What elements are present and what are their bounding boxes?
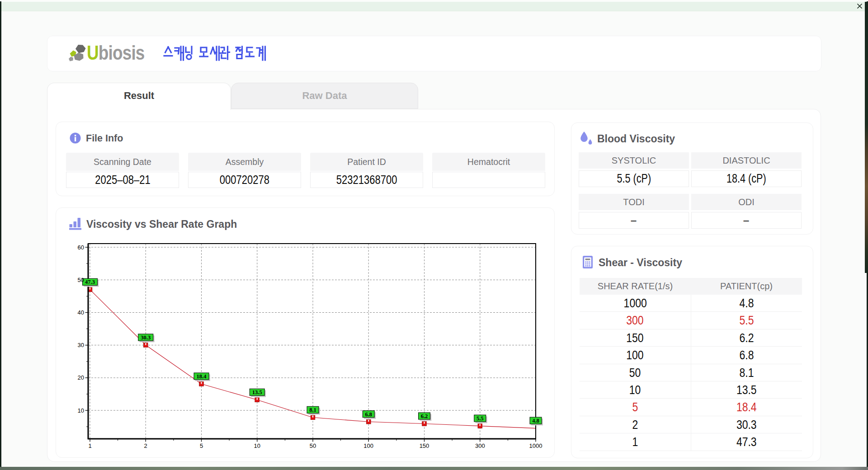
svg-text:47.3: 47.3 <box>85 279 95 285</box>
svg-text:4.8: 4.8 <box>532 418 539 424</box>
svg-text:40: 40 <box>78 309 84 316</box>
svg-text:2: 2 <box>144 442 147 449</box>
svg-text:20: 20 <box>78 374 84 381</box>
svg-text:30.3: 30.3 <box>141 334 151 341</box>
svg-text:60: 60 <box>78 244 84 251</box>
svg-text:6.8: 6.8 <box>365 411 372 418</box>
svg-text:150: 150 <box>420 442 429 449</box>
svg-text:1000: 1000 <box>529 442 542 449</box>
svg-text:50: 50 <box>78 277 84 283</box>
svg-text:300: 300 <box>475 442 485 449</box>
svg-text:5: 5 <box>200 442 203 449</box>
svg-text:100: 100 <box>363 442 373 449</box>
svg-text:1: 1 <box>88 442 91 449</box>
svg-text:13.5: 13.5 <box>252 389 262 395</box>
svg-text:50: 50 <box>310 442 316 449</box>
svg-text:5.5: 5.5 <box>476 415 484 422</box>
svg-text:8.1: 8.1 <box>309 407 316 413</box>
svg-text:18.4: 18.4 <box>197 373 207 380</box>
svg-text:10: 10 <box>78 407 84 414</box>
svg-text:30: 30 <box>78 342 84 348</box>
svg-text:6.2: 6.2 <box>421 413 428 419</box>
svg-text:10: 10 <box>254 442 260 449</box>
